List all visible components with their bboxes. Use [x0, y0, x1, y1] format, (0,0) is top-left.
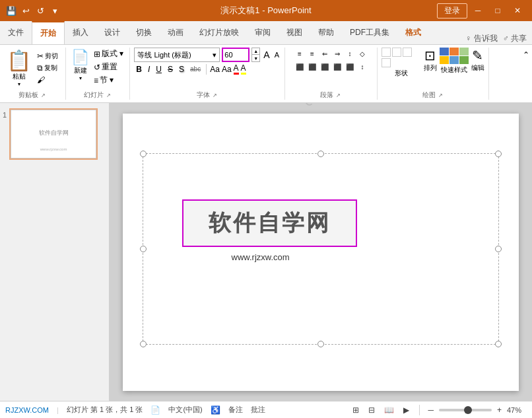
reset-button[interactable]: ↺ 重置 — [92, 61, 125, 73]
copy-label: 复制 — [44, 63, 57, 73]
zoom-thumb[interactable] — [464, 406, 472, 414]
normal-view-btn[interactable]: ⊞ — [350, 405, 361, 415]
shape-item-1[interactable] — [382, 48, 391, 57]
qs-1[interactable] — [440, 48, 449, 55]
qs-4[interactable] — [440, 56, 449, 64]
handle-mid-right[interactable] — [495, 246, 502, 252]
font-size-input[interactable]: 60 — [222, 48, 249, 62]
format-paint-button[interactable]: 🖌 — [35, 75, 60, 85]
abc-button[interactable]: abc — [188, 65, 203, 73]
font-size-decrease[interactable]: ▼ — [252, 55, 259, 61]
shape-item-4[interactable] — [382, 58, 391, 67]
line-spacing-btn[interactable]: ↕ — [356, 61, 368, 73]
paragraph-expander[interactable]: ↗ — [335, 92, 342, 99]
slide-thumbnail[interactable]: 软件自学网 www.rjzxw.com — [9, 108, 98, 160]
drawing-expander[interactable]: ↗ — [437, 92, 444, 99]
edit-area[interactable]: ✎ 编辑 — [471, 48, 484, 73]
tab-view[interactable]: 视图 — [279, 21, 310, 44]
font-increase-btn[interactable]: A — [262, 50, 271, 60]
customize-icon[interactable]: ▾ — [49, 5, 61, 17]
text-direction-btn[interactable]: ↕ — [344, 48, 356, 59]
handle-mid-left[interactable] — [140, 246, 147, 252]
tab-design[interactable]: 设计 — [96, 21, 128, 44]
zoom-slider[interactable] — [439, 409, 492, 411]
underline-button[interactable]: U — [154, 64, 164, 75]
section-button[interactable]: ≡ 节 ▾ — [92, 74, 125, 87]
numbered-list-btn[interactable]: ≡ — [306, 48, 318, 59]
tab-insert[interactable]: 插入 — [65, 21, 96, 44]
align-center-btn[interactable]: ⬛ — [306, 61, 318, 73]
indent-increase-btn[interactable]: ⇒ — [331, 48, 343, 59]
share[interactable]: ♂ 共享 — [503, 33, 527, 44]
align-left-btn[interactable]: ⬛ — [294, 61, 306, 73]
clipboard-expander[interactable]: ↗ — [40, 92, 47, 99]
bullet-list-btn[interactable]: ≡ — [294, 48, 306, 59]
layout-button[interactable]: ⊞ 版式 ▾ — [92, 48, 125, 60]
save-icon[interactable]: 💾 — [5, 5, 17, 17]
tab-animations[interactable]: 动画 — [160, 21, 191, 44]
minimize-button[interactable]: ─ — [469, 3, 487, 18]
bold-button[interactable]: B — [134, 64, 144, 75]
handle-top-right[interactable] — [495, 151, 502, 157]
slides-expander[interactable]: ↗ — [106, 92, 112, 99]
handle-bottom-right[interactable] — [495, 341, 502, 347]
column-btn[interactable]: ⬛ — [344, 61, 356, 73]
qs-3[interactable] — [459, 48, 469, 55]
shape-item-2[interactable] — [392, 48, 401, 57]
new-slide-button[interactable]: 📄 新建 ▾ — [70, 48, 90, 87]
copy-button[interactable]: ⧉复制 — [35, 63, 60, 73]
qs-6[interactable] — [459, 56, 469, 64]
tab-help[interactable]: 帮助 — [310, 21, 342, 44]
handle-bottom-mid[interactable] — [317, 341, 324, 347]
comments-btn[interactable]: 批注 — [251, 405, 265, 415]
tab-transitions[interactable]: 切换 — [128, 21, 160, 44]
tab-review[interactable]: 审阅 — [247, 21, 279, 44]
copy-icon: ⧉ — [37, 63, 43, 73]
tell-me[interactable]: ♀ 告诉我 — [465, 33, 497, 44]
zoom-in-btn[interactable]: + — [497, 405, 502, 415]
tab-slideshow[interactable]: 幻灯片放映 — [191, 21, 247, 44]
shape-item-3[interactable] — [403, 48, 412, 57]
italic-button[interactable]: I — [146, 64, 152, 75]
text-box[interactable]: 软件自学网 — [182, 199, 357, 247]
align-justify-btn[interactable]: ⬛ — [331, 61, 343, 73]
font-name-arrow[interactable]: ▾ — [213, 51, 216, 59]
maximize-button[interactable]: □ — [488, 3, 507, 18]
tab-format[interactable]: 格式 — [397, 21, 429, 44]
slide-sorter-btn[interactable]: ⊟ — [366, 405, 377, 415]
arrange-area[interactable]: ⊡ 排列 — [424, 48, 437, 73]
ribbon-collapse-btn[interactable]: ⌃ — [523, 48, 532, 100]
font-decrease-btn[interactable]: A — [273, 51, 281, 59]
tab-pdf[interactable]: PDF工具集 — [342, 21, 397, 44]
indent-decrease-btn[interactable]: ⇐ — [319, 48, 331, 59]
login-button[interactable]: 登录 — [437, 3, 467, 18]
cut-button[interactable]: ✂剪切 — [35, 51, 60, 61]
font-expander[interactable]: ↗ — [212, 92, 218, 99]
redo-icon[interactable]: ↺ — [34, 5, 46, 17]
notes-btn[interactable]: 备注 — [228, 405, 243, 415]
undo-icon[interactable]: ↩ — [20, 5, 32, 17]
align-right-btn[interactable]: ⬛ — [319, 61, 331, 73]
font-color-btn[interactable]: A — [234, 63, 239, 75]
strikethrough-button[interactable]: S — [166, 64, 175, 75]
convert-smartart-btn[interactable]: ◇ — [356, 48, 368, 59]
font-size-increase[interactable]: ▲ — [252, 48, 259, 55]
qs-5[interactable] — [449, 56, 459, 64]
font-color-a[interactable]: Aa — [210, 65, 220, 74]
tab-file[interactable]: 文件 — [0, 21, 32, 44]
qs-2[interactable] — [449, 48, 459, 55]
handle-top-left[interactable] — [140, 151, 147, 157]
zoom-out-btn[interactable]: ─ — [428, 405, 434, 415]
font-highlight[interactable]: Aa — [222, 65, 232, 74]
handle-top-mid[interactable] — [317, 151, 324, 157]
paste-button[interactable]: 📋 粘贴 ▾ — [4, 48, 34, 88]
tab-home[interactable]: 开始 — [32, 21, 65, 44]
shadow-button[interactable]: S — [177, 64, 186, 75]
font-name-select[interactable]: 等线 Light (标题) ▾ — [134, 48, 220, 62]
close-button[interactable]: ✕ — [508, 3, 527, 18]
reading-view-btn[interactable]: 📖 — [382, 405, 396, 415]
slideshow-btn[interactable]: ▶ — [401, 405, 411, 415]
handle-bottom-left[interactable] — [140, 341, 147, 347]
font-highlight-btn[interactable]: A — [241, 63, 246, 75]
rotate-handle[interactable]: ⟳ — [305, 103, 316, 110]
